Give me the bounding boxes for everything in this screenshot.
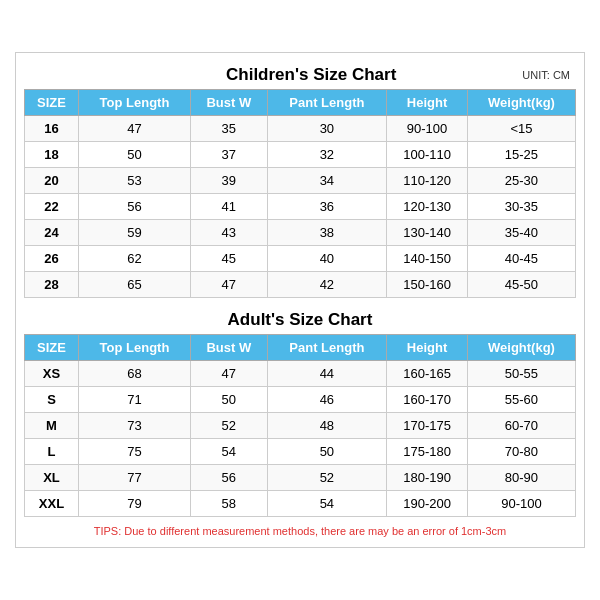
children-chart-title: Children's Size Chart (100, 65, 522, 85)
tips-text: TIPS: Due to different measurement metho… (24, 523, 576, 539)
children-row: 22564136120-13030-35 (25, 194, 576, 220)
children-col-bust-w: Bust W (191, 90, 268, 116)
children-col-top-length: Top Length (78, 90, 190, 116)
children-cell: 47 (191, 272, 268, 298)
adult-cell: 70-80 (467, 439, 575, 465)
adult-cell: S (25, 387, 79, 413)
children-cell: 35-40 (467, 220, 575, 246)
unit-label: UNIT: CM (522, 69, 570, 81)
adult-cell: 160-165 (387, 361, 468, 387)
adult-cell: 50-55 (467, 361, 575, 387)
adult-row: XXL795854190-20090-100 (25, 491, 576, 517)
adult-cell: 180-190 (387, 465, 468, 491)
children-cell: 30-35 (467, 194, 575, 220)
children-cell: 45 (191, 246, 268, 272)
children-cell: 32 (267, 142, 387, 168)
adult-chart-title: Adult's Size Chart (228, 310, 373, 330)
children-row: 18503732100-11015-25 (25, 142, 576, 168)
children-cell: 130-140 (387, 220, 468, 246)
children-cell: 90-100 (387, 116, 468, 142)
children-col-height: Height (387, 90, 468, 116)
adult-title-row: Adult's Size Chart (24, 306, 576, 334)
children-cell: 25-30 (467, 168, 575, 194)
children-cell: 37 (191, 142, 268, 168)
children-cell: 43 (191, 220, 268, 246)
children-row: 28654742150-16045-50 (25, 272, 576, 298)
children-cell: 45-50 (467, 272, 575, 298)
adult-cell: 46 (267, 387, 387, 413)
adult-cell: 50 (191, 387, 268, 413)
children-cell: 34 (267, 168, 387, 194)
adult-cell: 48 (267, 413, 387, 439)
adult-col-size: SIZE (25, 335, 79, 361)
children-cell: 100-110 (387, 142, 468, 168)
children-row: 1647353090-100<15 (25, 116, 576, 142)
adult-tbody: XS684744160-16550-55S715046160-17055-60M… (25, 361, 576, 517)
adult-cell: 44 (267, 361, 387, 387)
children-cell: 22 (25, 194, 79, 220)
chart-container: Children's Size Chart UNIT: CM SIZE Top … (15, 52, 585, 548)
children-cell: 30 (267, 116, 387, 142)
children-row: 24594338130-14035-40 (25, 220, 576, 246)
adult-row: XS684744160-16550-55 (25, 361, 576, 387)
adult-col-height: Height (387, 335, 468, 361)
adult-cell: 79 (78, 491, 190, 517)
children-row: 20533934110-12025-30 (25, 168, 576, 194)
children-cell: 40 (267, 246, 387, 272)
adult-col-pant-length: Pant Length (267, 335, 387, 361)
adult-cell: 170-175 (387, 413, 468, 439)
children-cell: 38 (267, 220, 387, 246)
adult-cell: 52 (267, 465, 387, 491)
children-cell: 28 (25, 272, 79, 298)
adult-cell: 50 (267, 439, 387, 465)
adult-row: L755450175-18070-80 (25, 439, 576, 465)
children-cell: 26 (25, 246, 79, 272)
children-cell: 24 (25, 220, 79, 246)
adult-cell: 68 (78, 361, 190, 387)
adult-cell: 47 (191, 361, 268, 387)
adult-cell: 56 (191, 465, 268, 491)
children-cell: 59 (78, 220, 190, 246)
children-col-size: SIZE (25, 90, 79, 116)
adult-section: Adult's Size Chart SIZE Top Length Bust … (24, 306, 576, 517)
children-title-row: Children's Size Chart UNIT: CM (24, 61, 576, 89)
children-cell: 40-45 (467, 246, 575, 272)
children-cell: 150-160 (387, 272, 468, 298)
adult-table: SIZE Top Length Bust W Pant Length Heigh… (24, 334, 576, 517)
children-cell: 62 (78, 246, 190, 272)
children-cell: 20 (25, 168, 79, 194)
adult-cell: 54 (191, 439, 268, 465)
adult-cell: 73 (78, 413, 190, 439)
children-table: SIZE Top Length Bust W Pant Length Heigh… (24, 89, 576, 298)
adult-cell: M (25, 413, 79, 439)
children-cell: <15 (467, 116, 575, 142)
children-cell: 15-25 (467, 142, 575, 168)
adult-cell: 175-180 (387, 439, 468, 465)
children-cell: 41 (191, 194, 268, 220)
adult-cell: XL (25, 465, 79, 491)
adult-cell: 55-60 (467, 387, 575, 413)
children-col-pant-length: Pant Length (267, 90, 387, 116)
children-cell: 50 (78, 142, 190, 168)
adult-cell: 52 (191, 413, 268, 439)
adult-cell: XXL (25, 491, 79, 517)
adult-cell: 60-70 (467, 413, 575, 439)
adult-col-weight: Weight(kg) (467, 335, 575, 361)
children-cell: 120-130 (387, 194, 468, 220)
children-cell: 47 (78, 116, 190, 142)
children-cell: 53 (78, 168, 190, 194)
adult-col-top-length: Top Length (78, 335, 190, 361)
children-tbody: 1647353090-100<1518503732100-11015-25205… (25, 116, 576, 298)
children-cell: 39 (191, 168, 268, 194)
children-row: 26624540140-15040-45 (25, 246, 576, 272)
children-cell: 35 (191, 116, 268, 142)
adult-cell: 90-100 (467, 491, 575, 517)
children-cell: 42 (267, 272, 387, 298)
adult-cell: 54 (267, 491, 387, 517)
children-cell: 110-120 (387, 168, 468, 194)
children-cell: 65 (78, 272, 190, 298)
children-cell: 140-150 (387, 246, 468, 272)
adult-cell: 77 (78, 465, 190, 491)
adult-header-row: SIZE Top Length Bust W Pant Length Heigh… (25, 335, 576, 361)
adult-row: S715046160-17055-60 (25, 387, 576, 413)
